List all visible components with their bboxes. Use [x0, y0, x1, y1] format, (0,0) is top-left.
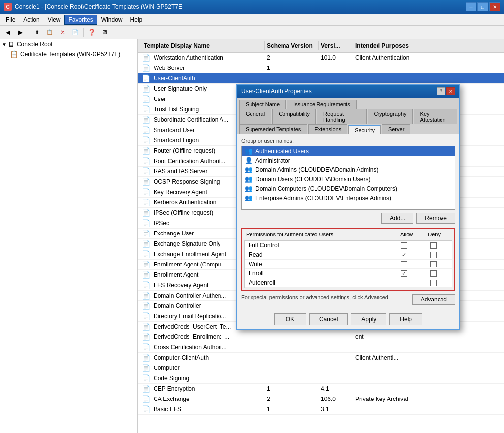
tab-compatibility[interactable]: Compatibility: [272, 109, 316, 124]
perm-allow-checkbox[interactable]: [401, 280, 407, 286]
tab-security[interactable]: Security: [348, 125, 381, 134]
menu-help[interactable]: Help: [126, 15, 147, 24]
user-item[interactable]: 👥Domain Admins (CLOUDDEV\Domain Admins): [242, 165, 455, 174]
perm-deny-checkbox[interactable]: [430, 261, 437, 267]
cancel-button[interactable]: Cancel: [309, 313, 348, 325]
table-row[interactable]: 📄 Computer-ClientAuth Client Authenti...: [138, 353, 504, 363]
tab-superseded-templates[interactable]: Superseded Templates: [239, 124, 307, 134]
title-bar-text: Console1 - [Console Root\Certificate Tem…: [15, 3, 182, 10]
perm-allow-checkbox[interactable]: [401, 252, 407, 258]
user-list[interactable]: 👥Authenticated Users👤Administrator👥Domai…: [241, 146, 455, 210]
menu-action[interactable]: Action: [19, 15, 43, 24]
table-row[interactable]: 📄 DerivedCreds_Enrollment_... ent: [138, 332, 504, 342]
tab-request-handling[interactable]: Request Handling: [317, 109, 366, 124]
row-icon: 📄: [142, 250, 152, 258]
user-name: Enterprise Admins (CLOUDDEV\Enterprise A…: [255, 195, 391, 201]
help-dialog-button[interactable]: Help: [389, 313, 422, 325]
modal-title-bar: User-ClientAuth Properties ? ✕: [237, 85, 459, 98]
row-icon: 📄: [142, 188, 152, 196]
table-row[interactable]: 📄 Web Server 1: [138, 63, 504, 73]
modal-close-button[interactable]: ✕: [446, 87, 455, 95]
menu-favorites[interactable]: Favorites: [64, 15, 97, 25]
row-icon: 📄: [142, 281, 152, 289]
menu-window[interactable]: Window: [97, 15, 126, 24]
col-header-version[interactable]: Versi...: [319, 41, 353, 50]
row-icon: 📄: [142, 105, 152, 113]
perm-allow-checkbox[interactable]: [401, 270, 407, 277]
table-row[interactable]: 📄 Computer: [138, 363, 504, 373]
remove-user-button[interactable]: Remove: [416, 213, 455, 224]
col-header-purpose[interactable]: Intended Purposes: [353, 41, 500, 50]
properties-button[interactable]: 📄: [69, 27, 81, 38]
tree-cert-templates[interactable]: 📋 Certificate Templates (WIN-GP52T7E): [0, 49, 137, 59]
back-button[interactable]: ◀: [2, 27, 14, 38]
perm-deny-checkbox[interactable]: [430, 252, 437, 258]
minimize-button[interactable]: ─: [466, 2, 476, 11]
apply-button[interactable]: Apply: [351, 313, 386, 325]
col-header-schema[interactable]: Schema Version: [265, 41, 319, 50]
table-row[interactable]: 📄 CA Exchange 2 106.0 Private Key Archiv…: [138, 394, 504, 404]
table-row[interactable]: 📄 Cross Certification Authori...: [138, 342, 504, 353]
help-button[interactable]: ❓: [86, 27, 97, 38]
row-icon: 📄: [142, 385, 152, 393]
tab-key-attestation[interactable]: Key Attestation: [414, 109, 457, 124]
table-row[interactable]: 📄 User-ClientAuth: [138, 73, 504, 84]
tab-extensions[interactable]: Extensions: [308, 124, 347, 134]
close-button[interactable]: ✕: [489, 2, 500, 11]
row-icon: 📄: [142, 261, 152, 268]
table-row[interactable]: 📄 Workstation Authentication 2 101.0 Cli…: [138, 53, 504, 63]
maximize-button[interactable]: □: [477, 2, 488, 11]
perm-deny-checkbox-col: [418, 280, 448, 286]
perm-deny-checkbox[interactable]: [430, 242, 437, 249]
toolbar-separator-2: [83, 28, 84, 37]
ok-button[interactable]: OK: [274, 313, 306, 325]
title-bar-controls[interactable]: ─ □ ✕: [466, 2, 500, 11]
menu-view[interactable]: View: [44, 15, 64, 24]
col-header-name[interactable]: Template Display Name: [142, 41, 265, 50]
user-icon: 👥: [245, 166, 252, 173]
delete-button[interactable]: ✕: [57, 27, 68, 38]
tree-console-root[interactable]: ▼ 🖥 Console Root: [0, 39, 137, 49]
perm-allow-checkbox[interactable]: [401, 242, 407, 249]
row-icon: 📄: [142, 292, 152, 300]
row-name: DerivedCreds_Enrollment_...: [154, 333, 267, 340]
refresh-button[interactable]: ⬆: [31, 27, 43, 38]
table-row[interactable]: 📄 Code Signing: [138, 373, 504, 384]
add-user-button[interactable]: Add...: [381, 213, 413, 224]
tab-subject-name[interactable]: Subject Name: [239, 100, 286, 109]
row-icon: 📄: [142, 136, 152, 144]
perm-deny-checkbox[interactable]: [430, 270, 437, 277]
perm-allow-checkbox[interactable]: [401, 261, 407, 267]
advanced-button[interactable]: Advanced: [412, 294, 455, 305]
cert-templates-label: Certificate Templates (WIN-GP52T7E): [20, 51, 120, 58]
allow-label: Allow: [400, 232, 413, 237]
computer-button[interactable]: 🖥: [98, 27, 110, 38]
user-item[interactable]: 👥Domain Computers (CLOUDDEV\Domain Compu…: [242, 184, 455, 193]
modal-help-icon[interactable]: ?: [437, 87, 445, 95]
user-item[interactable]: 👥Domain Users (CLOUDDEV\Domain Users): [242, 174, 455, 184]
user-item[interactable]: 👤Administrator: [242, 156, 455, 165]
row-icon: 📄: [142, 312, 152, 320]
menu-file[interactable]: File: [2, 15, 19, 24]
row-icon: 📄: [142, 167, 152, 175]
table-row[interactable]: 📄 CEP Encryption 1 4.1: [138, 384, 504, 394]
modal-controls[interactable]: ? ✕: [437, 87, 455, 95]
forward-button[interactable]: ▶: [15, 27, 27, 38]
row-icon: 📄: [142, 395, 152, 403]
tab-cryptography[interactable]: Cryptography: [368, 109, 413, 124]
user-item[interactable]: 👥Authenticated Users: [242, 146, 455, 156]
row-icon: 📄: [142, 374, 152, 382]
perm-deny-checkbox-col: [418, 252, 448, 258]
row-icon: 📄: [142, 157, 152, 165]
user-item[interactable]: 👥Enterprise Admins (CLOUDDEV\Enterprise …: [242, 193, 455, 202]
tab-issuance-requirements[interactable]: Issuance Requirements: [287, 100, 357, 109]
show-hide-button[interactable]: 📋: [44, 27, 56, 38]
row-icon: 📄: [142, 95, 152, 103]
title-bar: C Console1 - [Console Root\Certificate T…: [0, 0, 504, 14]
table-row[interactable]: 📄 Basic EFS 1 3.1: [138, 404, 504, 415]
tab-general[interactable]: General: [239, 109, 271, 124]
tab-server[interactable]: Server: [382, 124, 410, 134]
perm-deny-checkbox[interactable]: [430, 280, 437, 286]
cert-templates-icon: 📋: [10, 50, 18, 58]
perms-header: Permissions for Authenticated Users Allo…: [244, 231, 452, 238]
